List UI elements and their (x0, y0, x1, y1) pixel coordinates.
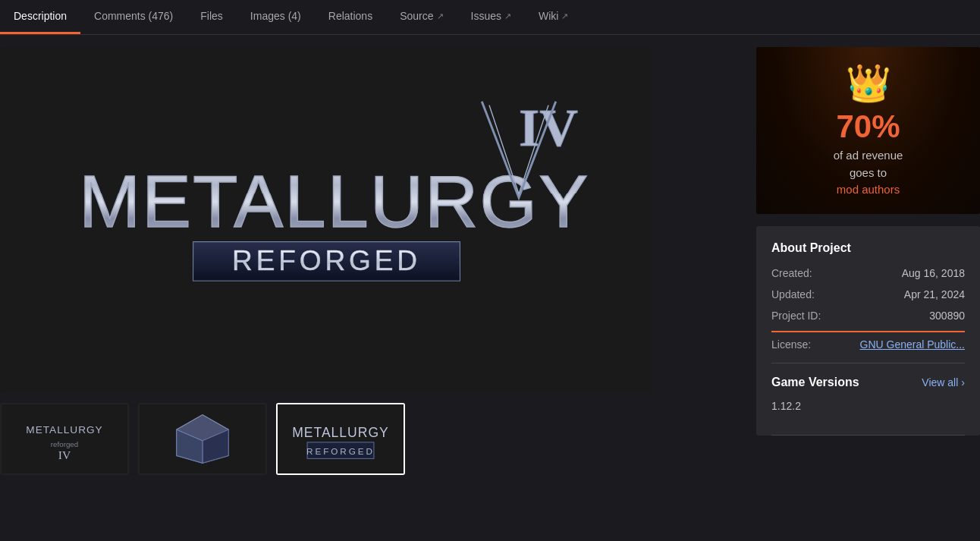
divider (771, 363, 965, 363)
tab-wiki[interactable]: Wiki ↗ (525, 0, 582, 34)
about-row-created: Created: Aug 16, 2018 (771, 267, 965, 279)
project-id-bar (771, 331, 965, 332)
tab-comments[interactable]: Comments (476) (80, 0, 187, 34)
svg-rect-6 (2, 404, 127, 474)
main-image-svg: IV METALLURGY REFORGED (46, 64, 608, 376)
tab-files[interactable]: Files (187, 0, 237, 34)
thumbnail-1[interactable]: METALLURGY reforged IV (0, 403, 129, 475)
main-image[interactable]: IV METALLURGY REFORGED (0, 47, 652, 392)
view-all-link[interactable]: View all › (922, 376, 965, 388)
thumbnail-row: METALLURGY reforged IV (0, 403, 744, 475)
tab-source[interactable]: Source ↗ (386, 0, 457, 34)
svg-text:METALLURGY: METALLURGY (78, 160, 589, 243)
about-label-license: License: (771, 338, 811, 351)
external-link-icon: ↗ (437, 11, 444, 21)
ad-banner: 👑 70% of ad revenue goes to mod authors (756, 47, 980, 214)
about-value-created: Aug 16, 2018 (902, 267, 965, 279)
about-label-projectid: Project ID: (771, 310, 821, 322)
about-title: About Project (771, 241, 965, 255)
about-row-updated: Updated: Apr 21, 2024 (771, 288, 965, 300)
thumbnail-2[interactable] (138, 403, 267, 475)
tab-images[interactable]: Images (4) (237, 0, 315, 34)
svg-text:IV: IV (518, 98, 577, 157)
about-value-license[interactable]: GNU General Public... (860, 338, 966, 351)
tab-bar: Description Comments (476) Files Images … (0, 0, 980, 35)
version-tag: 1.12.2 (771, 400, 965, 423)
tab-relations[interactable]: Relations (315, 0, 386, 34)
svg-text:METALLURGY: METALLURGY (26, 424, 102, 436)
svg-text:REFORGED: REFORGED (232, 244, 421, 276)
ad-highlight: mod authors (837, 183, 900, 196)
tab-issues[interactable]: Issues ↗ (457, 0, 525, 34)
game-versions-header: Game Versions View all › (771, 376, 965, 389)
about-label-created: Created: (771, 267, 812, 279)
crown-icon: 👑 (771, 62, 965, 105)
about-row-license: License: GNU General Public... (771, 338, 965, 351)
ad-percent: 70% (771, 109, 965, 144)
about-value-projectid: 300890 (929, 310, 965, 322)
svg-text:METALLURGY: METALLURGY (292, 425, 389, 440)
about-card: About Project Created: Aug 16, 2018 Upda… (756, 226, 980, 436)
external-link-icon: ↗ (561, 11, 568, 21)
divider-bottom (771, 435, 965, 436)
chevron-right-icon: › (961, 376, 965, 388)
svg-text:reforged: reforged (51, 440, 78, 448)
game-versions-title: Game Versions (771, 376, 859, 389)
svg-text:IV: IV (58, 448, 71, 461)
content-area: IV METALLURGY REFORGED (0, 35, 756, 475)
svg-text:REFORGED: REFORGED (306, 446, 375, 456)
sidebar: 👑 70% of ad revenue goes to mod authors … (756, 35, 980, 475)
main-layout: IV METALLURGY REFORGED (0, 35, 980, 475)
ad-text: of ad revenue goes to mod authors (771, 147, 965, 199)
about-row-projectid: Project ID: 300890 (771, 310, 965, 322)
tab-description[interactable]: Description (0, 0, 80, 34)
about-value-updated: Apr 21, 2024 (904, 288, 965, 300)
about-label-updated: Updated: (771, 288, 815, 300)
thumbnail-3[interactable]: METALLURGY REFORGED (276, 403, 405, 475)
external-link-icon: ↗ (504, 11, 511, 21)
